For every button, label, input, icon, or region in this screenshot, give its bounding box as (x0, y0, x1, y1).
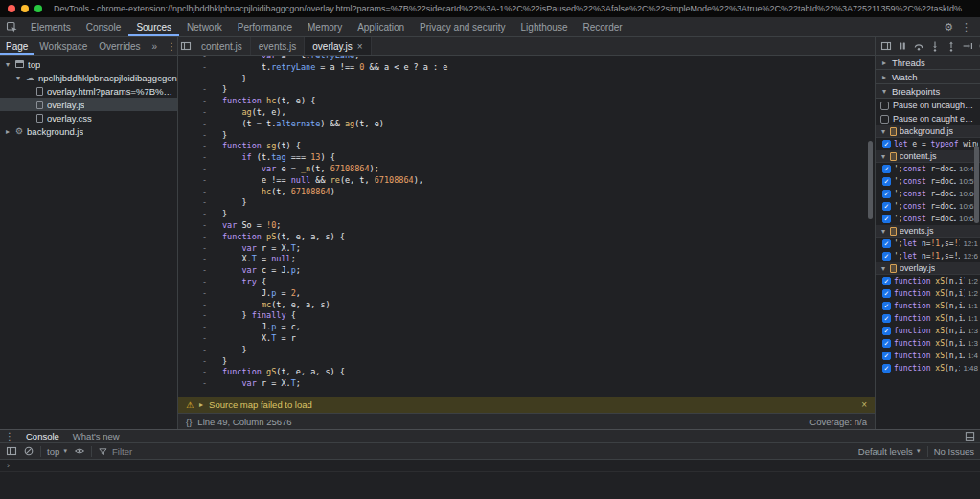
step-icon[interactable] (960, 40, 975, 52)
expand-arrow-icon[interactable]: ▸ (4, 127, 11, 136)
breakpoint-group-events-js[interactable]: ▾events.js (876, 225, 980, 238)
step-into-icon[interactable] (927, 40, 943, 52)
clear-console-icon[interactable] (23, 445, 34, 457)
breakpoint-checkbox-checked[interactable]: ✓ (882, 302, 891, 310)
step-over-icon[interactable] (911, 40, 926, 52)
breakpoint-checkbox-checked[interactable]: ✓ (882, 165, 891, 173)
collapse-arrow-icon[interactable]: ▾ (879, 152, 887, 161)
breakpoint-checkbox-checked[interactable]: ✓ (882, 202, 891, 211)
drawer-tab-what-s-new[interactable]: What's new (66, 430, 126, 442)
pause-option-pause-on-caught-exceptions[interactable]: Pause on caught exceptions (876, 112, 980, 125)
breakpoint-checkbox-checked[interactable]: ✓ (882, 239, 891, 248)
breakpoint-group-content-js[interactable]: ▾content.js (876, 150, 980, 163)
breakpoint-entry[interactable]: ✓function xS(n,i…1:1 (876, 300, 980, 312)
close-window-button[interactable] (8, 5, 15, 12)
format-code-icon[interactable]: {} (186, 417, 192, 427)
collapse-arrow-icon[interactable]: ▾ (879, 227, 887, 236)
breakpoint-checkbox-checked[interactable]: ✓ (882, 215, 891, 223)
section-watch[interactable]: ▸Watch (876, 70, 980, 84)
close-tab-icon[interactable]: × (357, 41, 363, 52)
sidebar-scrollbar-thumb[interactable] (974, 146, 979, 224)
breakpoint-entry[interactable]: ✓function xS(n,i…1:4 (876, 350, 980, 362)
breakpoint-group-overlay-js[interactable]: ▾overlay.js (876, 262, 980, 275)
breakpoint-checkbox-checked[interactable]: ✓ (882, 327, 891, 335)
breakpoint-checkbox-checked[interactable]: ✓ (882, 177, 891, 186)
breakpoint-entry[interactable]: ✓';const r=doc…10:60 (876, 188, 980, 200)
close-warning-icon[interactable]: × (861, 399, 867, 410)
breakpoint-entry[interactable]: ✓let e = typeof wind… (876, 138, 980, 150)
breakpoint-checkbox-checked[interactable]: ✓ (882, 190, 891, 198)
pause-option-pause-on-uncaught-exceptions[interactable]: Pause on uncaught exceptions (876, 99, 980, 112)
filter-input[interactable] (112, 446, 853, 457)
breakpoint-entry[interactable]: ✓';const r=doc…10:59 (876, 175, 980, 188)
breakpoint-entry[interactable]: ✓function xS(n,i)…1:2 (876, 287, 980, 300)
panel-tab-sources[interactable]: Sources (128, 17, 179, 36)
checkbox-unchecked[interactable] (880, 102, 889, 110)
breakpoint-checkbox-checked[interactable]: ✓ (882, 352, 891, 360)
breakpoint-entry[interactable]: ✓';const r=doc…10:63 (876, 200, 980, 213)
breakpoint-checkbox-checked[interactable]: ✓ (882, 252, 891, 261)
breakpoint-entry[interactable]: ✓';const r=doc…10:42 (876, 163, 980, 175)
settings-gear-icon[interactable]: ⚙ (941, 21, 956, 34)
collapse-arrow-icon[interactable]: ▾ (14, 74, 22, 82)
editor-scrollbar[interactable] (866, 56, 875, 397)
collapse-arrow-icon[interactable]: ▾ (4, 60, 11, 69)
collapse-arrow-icon[interactable]: ▾ (880, 87, 888, 96)
editor-scrollbar-thumb[interactable] (868, 141, 873, 219)
dock-sidebar-icon[interactable] (878, 40, 894, 52)
breakpoint-checkbox-checked[interactable]: ✓ (882, 277, 891, 285)
zoom-window-button[interactable] (34, 5, 42, 12)
panel-tab-privacy-and-security[interactable]: Privacy and security (412, 17, 513, 36)
breakpoint-checkbox-checked[interactable]: ✓ (882, 339, 891, 348)
pause-script-icon[interactable] (895, 40, 910, 52)
inspect-element-icon[interactable] (0, 17, 23, 36)
panel-tab-performance[interactable]: Performance (230, 17, 300, 36)
panel-tab-elements[interactable]: Elements (23, 17, 79, 36)
expand-arrow-icon[interactable]: ▸ (880, 58, 888, 67)
toggle-navigator-icon[interactable] (178, 37, 194, 55)
tree-item-overlay-html-params-7b[interactable]: overlay.html?params=%7B%22sid… (0, 84, 177, 98)
breakpoint-entry[interactable]: ✓function xS(n,i…1:48 (876, 362, 980, 374)
file-tab-overlay-js[interactable]: overlay.js× (305, 37, 371, 55)
file-tab-content-js[interactable]: content.js (194, 37, 251, 55)
breakpoint-entry[interactable]: ✓';const r=doc…10:64 (876, 213, 980, 225)
checkbox-unchecked[interactable] (880, 115, 889, 124)
breakpoint-entry[interactable]: ✓function xS(n,i)…1:2 (876, 275, 980, 287)
file-tab-events-js[interactable]: events.js (251, 37, 305, 55)
tree-item-npclhjbddhklpbnacpjloidi[interactable]: ▾☁npclhjbddhklpbnacpjloidibaggcgon (0, 71, 177, 84)
default-levels-dropdown[interactable]: Default levels ▼ (858, 446, 922, 457)
step-out-icon[interactable] (944, 40, 959, 52)
console-prompt[interactable]: › (0, 460, 980, 472)
panel-tab-application[interactable]: Application (350, 17, 412, 36)
breakpoint-group-background-js[interactable]: ▾background.js (876, 125, 980, 138)
breakpoint-entry[interactable]: ✓';let n=!1,s=!…12:6 (876, 250, 980, 262)
tree-item-top[interactable]: ▾top (0, 57, 177, 71)
breakpoint-gutter[interactable]: - - - - - - - - - - - - - - - - - - - - … (178, 56, 222, 390)
collapse-arrow-icon[interactable]: ▾ (879, 127, 887, 136)
console-sidebar-icon[interactable] (6, 445, 17, 457)
drawer-dock-icon[interactable] (960, 431, 980, 442)
console-output-area[interactable] (0, 472, 980, 499)
minimize-window-button[interactable] (21, 5, 29, 12)
drawer-tab-console[interactable]: Console (19, 430, 66, 442)
tree-item-overlay-js[interactable]: overlay.js (0, 98, 177, 111)
more-navigator-tabs-icon[interactable]: » (147, 37, 164, 55)
navigator-tab-workspace[interactable]: Workspace (34, 37, 93, 55)
breakpoint-entry[interactable]: ✓function xS(n,i…1:3 (876, 325, 980, 337)
panel-tab-lighthouse[interactable]: Lighthouse (513, 17, 576, 36)
breakpoint-entry[interactable]: ✓';let n=!1,s=!1…12:1 (876, 238, 980, 250)
panel-tab-console[interactable]: Console (79, 17, 129, 36)
panel-tab-memory[interactable]: Memory (300, 17, 350, 36)
navigator-tab-page[interactable]: Page (0, 37, 34, 55)
drawer-menu-icon[interactable]: ⋮ (0, 431, 19, 442)
breakpoint-entry[interactable]: ✓function xS(n,i…1:1 (876, 312, 980, 325)
breakpoint-checkbox-checked[interactable]: ✓ (882, 314, 891, 323)
more-options-icon[interactable]: ⋮ (958, 21, 974, 34)
expand-warning-icon[interactable]: ▸ (199, 400, 203, 409)
panel-tab-recorder[interactable]: Recorder (575, 17, 629, 36)
breakpoint-checkbox-checked[interactable]: ✓ (882, 140, 891, 148)
code-editor[interactable]: var a = t.retryLane; t.retryLane = a !==… (222, 56, 875, 390)
expand-arrow-icon[interactable]: ▸ (880, 73, 888, 81)
breakpoint-checkbox-checked[interactable]: ✓ (882, 289, 891, 298)
breakpoint-entry[interactable]: ✓function xS(n,i…1:3 (876, 337, 980, 350)
